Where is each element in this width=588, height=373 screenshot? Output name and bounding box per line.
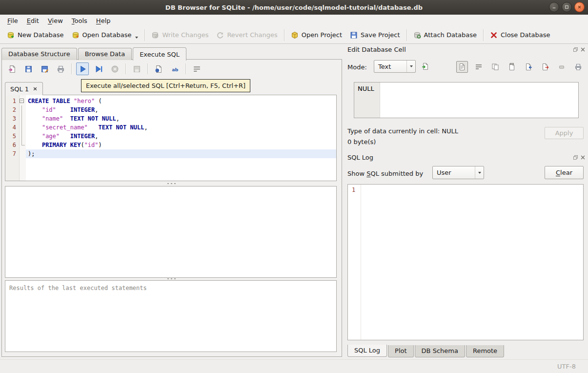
splitter-handle[interactable] (166, 278, 177, 280)
titlebar: DB Browser for SQLite - /home/user/code/… (0, 0, 588, 15)
save-sql-file-icon (24, 65, 33, 73)
attach-database-icon (413, 31, 421, 39)
undock-icon[interactable] (573, 47, 578, 52)
tab-execute-sql[interactable]: Execute SQL (133, 47, 186, 61)
menu-help[interactable]: Help (92, 16, 115, 26)
edit-cell-title: Edit Database Cell (347, 46, 406, 53)
find-replace-button[interactable]: ab (168, 62, 181, 75)
execute-current-line-button[interactable] (92, 62, 105, 75)
copy-cell-button[interactable] (489, 61, 501, 73)
toolbar-separator (71, 63, 72, 74)
clear-button[interactable]: Clear (545, 166, 584, 179)
fold-margin (19, 97, 26, 105)
save-results-button (130, 62, 143, 75)
close-panel-icon[interactable] (580, 155, 586, 160)
fold-marker-icon[interactable] (20, 99, 24, 103)
paste-cell-button[interactable] (506, 61, 518, 73)
close-database-button[interactable]: Close Database (486, 29, 554, 41)
sql-log-header-icons (573, 155, 586, 160)
encoding-label: UTF-8 (557, 363, 576, 370)
write-changes-button: Write Changes (147, 29, 212, 41)
cell-editor[interactable]: NULL (354, 82, 579, 118)
stop-execution-button (108, 62, 121, 75)
tab-database-structure[interactable]: Database Structure (1, 48, 77, 60)
close-database-icon (490, 31, 498, 39)
tab-plot[interactable]: Plot (388, 345, 414, 357)
stop-execution-icon (111, 65, 119, 73)
toolbar-separator (125, 63, 126, 74)
close-tab-icon[interactable] (33, 86, 38, 91)
word-wrap-button[interactable] (190, 62, 203, 75)
cell-value: NULL (358, 85, 374, 92)
menu-view[interactable]: View (43, 16, 67, 26)
tab-remote[interactable]: Remote (466, 345, 504, 357)
import-cell-icon (525, 63, 532, 71)
log-filter-value: User (437, 169, 451, 176)
execute-current-line-icon (95, 65, 103, 73)
text-mode-button[interactable] (456, 61, 468, 73)
log-filter-select[interactable]: User (432, 166, 484, 179)
sql-tab[interactable]: SQL 1 (5, 82, 43, 95)
open-sql-file-button[interactable] (6, 62, 19, 75)
export-cell-icon (541, 63, 549, 71)
tab-browse-data[interactable]: Browse Data (78, 48, 132, 60)
save-sql-file-button[interactable] (22, 62, 35, 75)
open-in-external-button[interactable] (152, 62, 165, 75)
maximize-button[interactable] (562, 2, 572, 12)
cell-size-text: 0 byte(s) (347, 138, 376, 145)
print-cell-button[interactable] (572, 61, 584, 73)
window-controls (549, 2, 585, 12)
results-message-pane[interactable]: Results of the last executed statements (5, 280, 337, 352)
new-database-button[interactable]: New Database (3, 29, 68, 41)
sql-log-view[interactable]: 1 (347, 184, 584, 340)
close-icon (577, 4, 582, 10)
import-from-file-button[interactable] (419, 60, 432, 73)
mode-select[interactable]: Text (374, 60, 416, 73)
splitter-handle[interactable] (166, 183, 177, 185)
word-wrap-icon (193, 65, 201, 73)
menu-edit[interactable]: Edit (22, 16, 43, 26)
toolbar-separator (144, 29, 145, 41)
save-sql-file-as-button[interactable] (38, 62, 51, 75)
code-text: PRIMARY KEY("id") (26, 141, 336, 149)
import-cell-button[interactable] (523, 61, 534, 73)
results-placeholder: Results of the last executed statements (9, 285, 147, 291)
toolbar-separator (147, 63, 148, 74)
close-button[interactable] (574, 2, 585, 12)
line-number: 5 (5, 132, 19, 141)
tab-db-schema[interactable]: DB Schema (415, 345, 465, 357)
toolbar-separator (406, 29, 407, 41)
print-sql-button[interactable] (54, 62, 67, 75)
execute-sql-panel: ab SQL 1 1CREATE TABLE "hero" (2 "id" IN… (1, 59, 342, 357)
word-wrap-icon (475, 63, 483, 71)
save-project-button[interactable]: Save Project (346, 29, 404, 41)
undock-icon[interactable] (573, 155, 578, 160)
minimize-button[interactable] (549, 2, 559, 12)
editor-line: 3 "name" TEXT NOT NULL, (5, 114, 336, 123)
results-table-pane[interactable] (5, 186, 337, 278)
close-panel-icon[interactable] (580, 47, 586, 52)
menu-file[interactable]: File (3, 16, 22, 26)
editor-line: 4 "secret_name" TEXT NOT NULL, (5, 123, 336, 132)
execute-all-button[interactable] (76, 62, 89, 75)
set-null-button[interactable] (556, 61, 568, 73)
open-project-button[interactable]: Open Project (287, 29, 346, 41)
right-dock: Edit Database Cell Mode: Text NULL Type … (345, 44, 588, 359)
toolbar-separator (185, 63, 186, 74)
editor-line: 7); (5, 149, 336, 158)
tab-sql-log[interactable]: SQL Log (347, 345, 387, 357)
fold-margin (19, 149, 26, 158)
export-cell-button[interactable] (539, 61, 551, 73)
fold-margin (19, 141, 26, 149)
attach-database-button[interactable]: Attach Database (409, 29, 481, 41)
log-line-number: 1 (352, 186, 355, 193)
save-project-icon (350, 31, 358, 39)
sql-editor[interactable]: 1CREATE TABLE "hero" (2 "id" INTEGER,3 "… (5, 95, 337, 181)
word-wrap-button[interactable] (473, 61, 485, 73)
fold-margin (19, 123, 26, 132)
sql-log-title: SQL Log (347, 154, 373, 161)
text-mode-icon (458, 63, 466, 71)
menu-tools[interactable]: Tools (67, 16, 92, 26)
open-database-button[interactable]: Open Database (68, 29, 142, 41)
open-database-icon (72, 31, 80, 39)
